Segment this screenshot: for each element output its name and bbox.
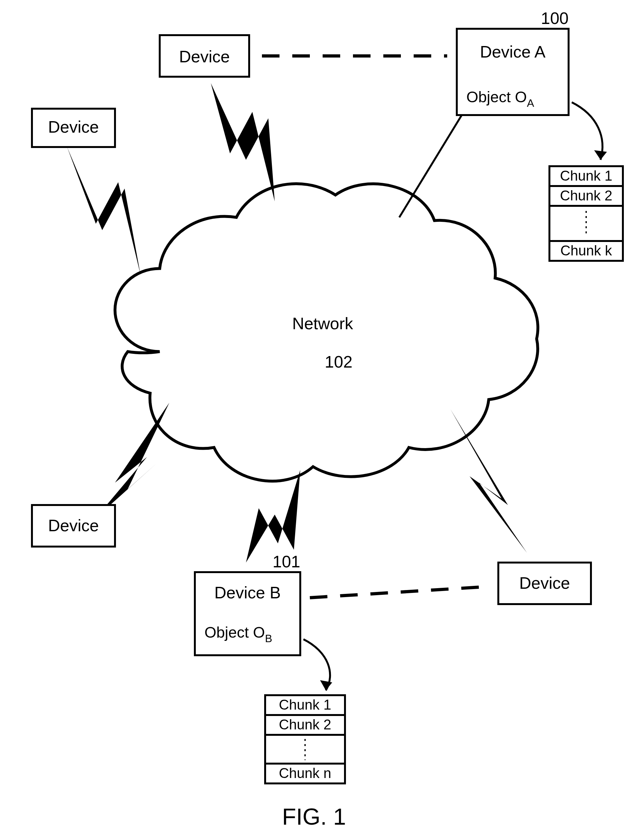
device-label: Device [519, 574, 570, 592]
chunk-b-1: Chunk 1 [279, 697, 331, 712]
device-b-title: Device B [214, 583, 281, 602]
device-label: Device [179, 47, 230, 66]
svg-marker-5 [594, 150, 607, 160]
dash-bottom [310, 587, 489, 598]
arrow-a-to-chunks [572, 102, 607, 160]
bolt-upper-left [67, 147, 140, 275]
device-b-ref: 101 [272, 552, 300, 571]
bolt-device-b [246, 470, 300, 562]
chunk-a-k: Chunk k [560, 243, 612, 258]
bolt-lower-left [96, 403, 169, 518]
device-a-ref: 100 [541, 9, 568, 27]
diagram-canvas: Network 102 Device Device Device Device [0, 0, 628, 840]
bolt-top-center [211, 83, 275, 201]
chunk-list-b: Chunk 1 Chunk 2 Chunk n [265, 695, 345, 783]
chunk-a-2: Chunk 2 [560, 188, 612, 203]
chunk-list-a: Chunk 1 Chunk 2 Chunk k [549, 166, 623, 261]
device-label: Device [48, 516, 99, 535]
chunk-b-n: Chunk n [279, 765, 331, 781]
device-box-lower-left: Device [32, 505, 115, 546]
network-ref: 102 [325, 352, 353, 371]
device-box-lower-right: Device [498, 562, 591, 604]
network-cloud: Network 102 [115, 184, 538, 481]
chunk-b-2: Chunk 2 [279, 717, 331, 732]
device-b-box: Device B Object OB 101 [195, 552, 300, 655]
device-label: Device [48, 118, 99, 136]
device-box-top-center: Device [160, 35, 249, 77]
svg-marker-11 [320, 680, 332, 690]
network-label: Network [292, 314, 354, 333]
figure-label: FIG. 1 [282, 804, 346, 829]
device-a-title: Device A [480, 43, 546, 61]
chunk-a-1: Chunk 1 [560, 168, 612, 183]
line-device-a [399, 102, 469, 217]
arrow-b-to-chunks [304, 639, 332, 690]
device-box-upper-left: Device [32, 109, 115, 147]
device-a-box: Device A Object OA 100 [457, 9, 568, 115]
